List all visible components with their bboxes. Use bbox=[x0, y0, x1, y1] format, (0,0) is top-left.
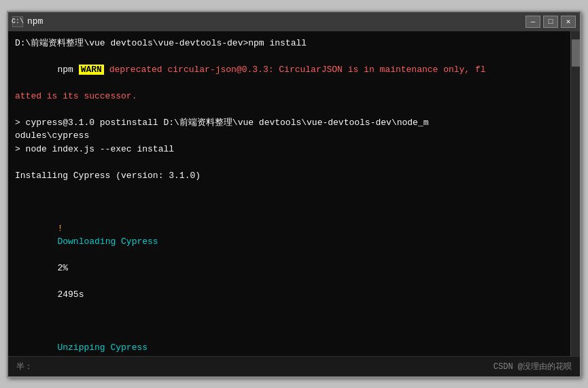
unzipping-label: Unzipping Cypress bbox=[57, 342, 148, 353]
minimize-button[interactable]: — bbox=[525, 16, 540, 28]
progress-indicator bbox=[57, 210, 68, 220]
terminal-line bbox=[15, 182, 562, 196]
window-icon: C:\ bbox=[12, 16, 23, 27]
terminal-line-downloading: ! Downloading Cypress 2% 2495s bbox=[15, 196, 562, 315]
bottom-right-text: CSDN @没理由的花呗 bbox=[494, 361, 572, 372]
bottom-bar: 半： CSDN @没理由的花呗 bbox=[8, 356, 580, 376]
title-bar-left: C:\ npm bbox=[12, 16, 43, 27]
downloading-label: Downloading Cypress bbox=[57, 236, 158, 247]
terminal-line: > cypress@3.1.0 postinstall D:\前端资料整理\vu… bbox=[15, 116, 562, 130]
scrollbar[interactable] bbox=[570, 31, 580, 356]
terminal-line bbox=[15, 103, 562, 116]
terminal-line: atted is its successor. bbox=[15, 90, 562, 103]
terminal-line: D:\前端资料整理\vue devtools\vue-devtools-dev>… bbox=[15, 37, 562, 50]
title-bar: C:\ npm — □ ✕ bbox=[8, 12, 580, 31]
maximize-button[interactable]: □ bbox=[543, 16, 558, 28]
terminal-line: Installing Cypress (version: 3.1.0) bbox=[15, 169, 562, 183]
progress-percent: 2% bbox=[57, 263, 68, 273]
terminal-body[interactable]: D:\前端资料整理\vue devtools\vue-devtools-dev>… bbox=[8, 31, 580, 356]
terminal-line bbox=[15, 156, 562, 169]
terminal-line-unzipping: Unzipping Cypress bbox=[15, 315, 562, 356]
scrollbar-thumb[interactable] bbox=[572, 39, 580, 67]
window-controls: — □ ✕ bbox=[525, 16, 576, 28]
terminal-line: npm WARN deprecated circular-json@0.3.3:… bbox=[15, 50, 562, 90]
close-button[interactable]: ✕ bbox=[561, 16, 576, 28]
terminal-line: > node index.js --exec install bbox=[15, 143, 562, 156]
bottom-left-text: 半： bbox=[16, 361, 33, 372]
progress-time: 2495s bbox=[57, 289, 84, 300]
terminal-window: C:\ npm — □ ✕ D:\前端资料整理\vue devtools\vue… bbox=[7, 11, 581, 378]
window-title: npm bbox=[27, 16, 43, 27]
terminal-content: D:\前端资料整理\vue devtools\vue-devtools-dev>… bbox=[15, 37, 573, 356]
terminal-line: odules\cypress bbox=[15, 129, 562, 143]
